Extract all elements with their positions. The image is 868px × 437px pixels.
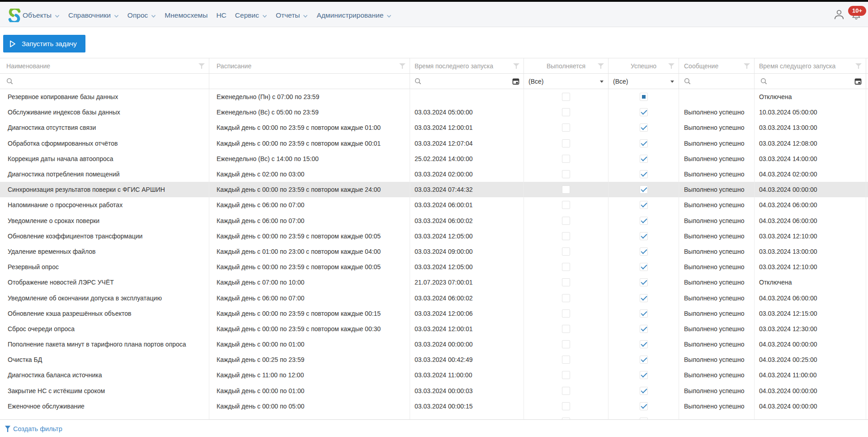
cell-filler [866,136,868,151]
cell-name: Еженочное обслуживание [0,399,209,414]
table-filter-row: (Все)(Все) [0,74,868,89]
table-row[interactable]: Диагностика потребления помещенийКаждый … [0,166,868,182]
cell-next-run: 04.03.2024 00:00:00 [755,383,866,399]
cell-name: Диагностика потребления помещений [0,166,209,182]
success-checkbox [640,217,648,225]
cell-name: Диагностика отсутствия связи [0,120,209,135]
table-row[interactable]: Обслуживание индексов базы данныхЕженеде… [0,104,868,120]
search-icon [415,78,421,85]
cell-name: Обновление коэффициентов трансформации [0,228,209,244]
cell-filler [866,182,868,197]
cell-message: Выполнено успешно [679,337,755,352]
filter-funnel-icon[interactable] [198,63,205,69]
filter-cell-7[interactable] [755,74,866,89]
nav-item-5[interactable]: НС [216,11,226,19]
calendar-icon[interactable] [854,78,862,85]
cell-message [679,414,755,420]
user-icon [833,9,845,20]
column-header-3[interactable]: Время последнего запуска [410,58,524,73]
table-row[interactable]: Уведомление о сроках поверкиКаждый день … [0,213,868,228]
cell-schedule: Каждый день с 07:00 по 10:00 [209,275,410,290]
running-checkbox [562,294,570,302]
table-row[interactable]: Резервный опросКаждый день с 00:00 по 23… [0,259,868,275]
column-header-1[interactable]: Наименование [0,58,209,73]
nav-item-6[interactable]: Сервис [235,11,267,19]
notifications-button[interactable]: 10+ [848,6,864,23]
table-row[interactable]: Диагностика отсутствия связиКаждый день … [0,120,868,135]
table-row[interactable] [0,414,868,420]
table-row[interactable]: Пополнение пакета минут в тарифного план… [0,337,868,352]
cell-last-run: 03.03.2024 00:42:49 [410,352,524,367]
cell-message: Выполнено успешно [679,275,755,290]
column-header-7[interactable]: Время следущего запуска [755,58,866,73]
filter-cell-2[interactable] [209,74,410,89]
cell-schedule: Каждый день с 06:00 по 07:00 [209,197,410,213]
table-row[interactable]: Обновление кэша разрешённых объектовКажд… [0,306,868,321]
run-task-button[interactable]: Запустить задачу [3,35,85,52]
filter-icon [5,426,10,432]
filter-funnel-icon[interactable] [399,63,406,69]
calendar-icon[interactable] [512,78,519,85]
success-checkbox [640,201,648,209]
filter-funnel-icon[interactable] [513,63,519,69]
filter-cell-1[interactable] [0,74,209,89]
table-row[interactable]: Уведомление об окончании допуска в экспл… [0,290,868,305]
nav-item-7[interactable]: Отчеты [276,11,308,19]
chevron-down-icon [303,14,308,18]
nav-item-2[interactable]: Справочники [68,11,119,19]
table-row[interactable]: Удаление временных файловКаждый день с 0… [0,244,868,259]
create-filter-link[interactable]: Создать фильтр [5,425,62,432]
cell-schedule: Каждый день с 02:00 по 03:00 [209,166,410,182]
cell-next-run: 03.03.2024 13:00:00 [755,120,866,135]
cell-running [524,367,609,383]
nav-item-3[interactable]: Опрос [127,11,156,19]
column-header-4[interactable]: Выполняется [524,58,609,73]
column-header-5[interactable]: Успешно [609,58,679,73]
dropdown-arrow-icon[interactable] [600,81,604,83]
table-row[interactable]: Обновление коэффициентов трансформацииКа… [0,228,868,244]
filter-funnel-icon[interactable] [855,63,862,69]
cell-running [524,383,609,399]
filter-cell-3[interactable] [410,74,524,89]
table-row[interactable]: Очистка БДКаждый день с 00:25 по 23:5903… [0,352,868,367]
running-checkbox [562,217,570,225]
nav-item-label: Опрос [127,11,148,19]
nav-item-1[interactable]: Объекты [23,11,60,19]
table-row[interactable]: Еженочное обслуживаниеКаждый день с 00:0… [0,399,868,414]
nav-item-4[interactable]: Мнемосхемы [165,11,208,19]
running-checkbox [562,309,570,318]
filter-funnel-icon[interactable] [744,63,750,69]
table-row[interactable]: Отображение новостей ЛЭРС УЧЁТКаждый ден… [0,275,868,290]
filter-funnel-icon[interactable] [668,63,675,69]
table-row[interactable]: Коррекция даты начала автоопросаЕженедел… [0,151,868,166]
cell-message: Выполнено успешно [679,120,755,135]
table-row[interactable]: Синхронизация результатов поверки с ФГИС… [0,182,868,197]
table-row[interactable]: Обработка сформированных отчётовКаждый д… [0,136,868,151]
cell-running [524,399,609,414]
filter-cell-6[interactable] [679,74,755,89]
cell-success [609,213,679,228]
nav-item-8[interactable]: Администрирование [316,11,392,19]
cell-schedule: Еженедельно (Вс) с 05:00 по 23:59 [209,104,410,120]
cell-message: Выполнено успешно [679,182,755,197]
cell-name: Обработка сформированных отчётов [0,136,209,151]
dropdown-arrow-icon[interactable] [670,81,674,83]
cell-message: Выполнено успешно [679,399,755,414]
running-checkbox [562,201,570,209]
filter-funnel-icon[interactable] [598,63,604,69]
cell-next-run: 03.03.2024 12:15:00 [755,306,866,321]
table-row[interactable]: Закрытие НС с истёкшим срокомКаждый день… [0,383,868,399]
column-header-6[interactable]: Сообщение [679,58,755,73]
table-row[interactable]: Резервное копирование базы данныхЕженеде… [0,89,868,104]
cell-success [609,136,679,151]
success-checkbox [640,247,648,256]
table-row[interactable]: Напоминание о просроченных работахКаждый… [0,197,868,213]
table-row[interactable]: Диагностика баланса источникаКаждый день… [0,367,868,383]
filter-cell-5[interactable]: (Все) [609,74,679,89]
table-row[interactable]: Сброс очереди опросаКаждый день с 00:00 … [0,321,868,337]
running-checkbox [562,139,570,147]
filter-cell-4[interactable]: (Все) [524,74,609,89]
user-button[interactable] [831,6,847,23]
column-header-2[interactable]: Расписание [209,58,410,73]
cell-last-run [410,414,524,420]
